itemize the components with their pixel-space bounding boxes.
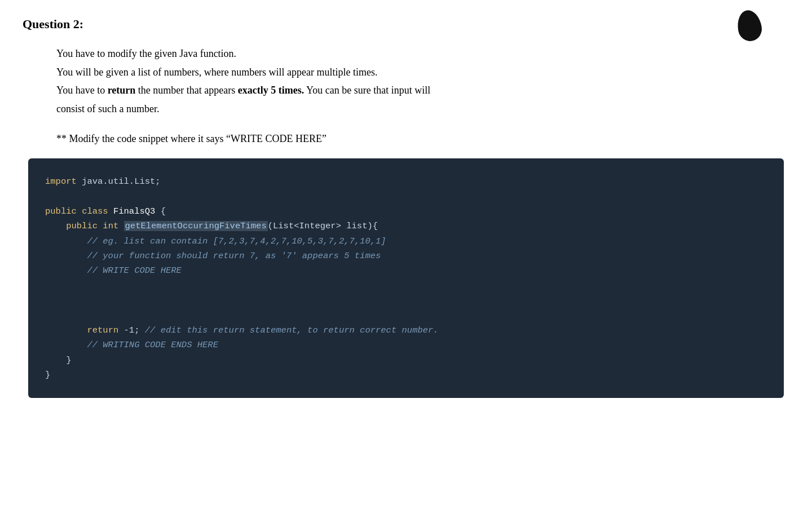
code-line-7: // WRITE CODE HERE <box>45 263 767 278</box>
decoration-blob <box>735 8 764 43</box>
question-description: You have to modify the given Java functi… <box>23 45 789 117</box>
code-line-5: // eg. list can contain [7,2,3,7,4,2,7,1… <box>45 234 767 249</box>
modify-note: ** Modify the code snippet where it says… <box>23 133 789 145</box>
code-blank-4 <box>45 308 767 322</box>
code-line-12: // WRITING CODE ENDS HERE <box>45 338 767 352</box>
desc-line-3: You have to return the number that appea… <box>56 82 789 99</box>
code-line-3: public class FinalsQ3 { <box>45 204 767 219</box>
desc-line-1: You have to modify the given Java functi… <box>56 45 789 63</box>
code-line-13: } <box>45 353 767 368</box>
code-line-1: import java.util.List; <box>45 174 767 189</box>
code-line-6: // your function should return 7, as '7'… <box>45 249 767 263</box>
code-line-11: return -1; // edit this return statement… <box>45 323 767 338</box>
code-block: import java.util.List; public class Fina… <box>28 158 784 398</box>
code-line-4: public int getElementOccuringFiveTimes(L… <box>45 219 767 233</box>
desc-line-4: consist of such a number. <box>56 100 789 118</box>
code-blank-3 <box>45 293 767 308</box>
question-title: Question 2: <box>23 17 789 32</box>
code-line-14: } <box>45 368 767 382</box>
code-blank-2 <box>45 278 767 293</box>
code-blank-1 <box>45 189 767 204</box>
desc-line-2: You will be given a list of numbers, whe… <box>56 64 789 81</box>
